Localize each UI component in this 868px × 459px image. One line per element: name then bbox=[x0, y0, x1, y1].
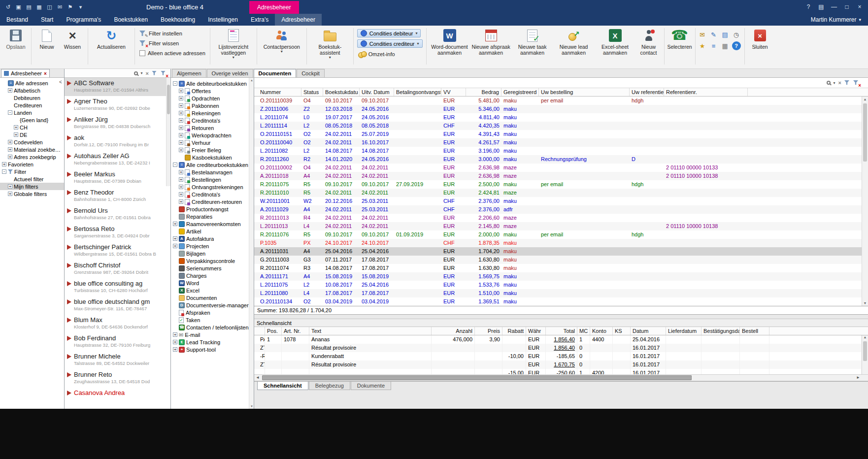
menu-item-programma-s[interactable]: Programma's bbox=[60, 14, 107, 26]
document-row[interactable]: L.20111082L214.08.201714.08.2017EUR3.196… bbox=[254, 147, 862, 155]
column-header-total[interactable]: Total bbox=[546, 327, 577, 335]
quickview-row[interactable]: ZTRésultat provisoireEUR1.856,40016.01.2… bbox=[254, 344, 862, 352]
user-menu[interactable]: Martin Kummerer bbox=[811, 14, 868, 26]
column-header-konto[interactable]: Konto bbox=[590, 327, 613, 335]
address-list-item[interactable]: Benz TheodorBahnhofstrasse 1, CH-8000 Zü… bbox=[65, 187, 170, 205]
clear-search-icon[interactable] bbox=[146, 70, 149, 76]
tab-cockpit[interactable]: Cockpit bbox=[297, 69, 325, 77]
sidebar-item-actueel-filter[interactable]: Actueel filter bbox=[0, 175, 64, 183]
column-header-uitv-datum[interactable]: Uitv. Datum bbox=[360, 88, 394, 96]
expand-toggle[interactable]: + bbox=[179, 177, 183, 182]
doc-tree-item-projecten[interactable]: +Projecten bbox=[171, 242, 254, 250]
column-header-preis[interactable]: Preis bbox=[475, 327, 502, 335]
menu-list-icon[interactable]: ≡ bbox=[709, 41, 718, 50]
document-row[interactable]: O.201110151O224.02.201125.07.2019EUR4.39… bbox=[254, 130, 862, 138]
document-row[interactable]: R.20111076R509.10.201709.10.201701.09.20… bbox=[254, 230, 862, 239]
document-row[interactable]: R.20111260R214.01.202024.05.2016EUR3.000… bbox=[254, 155, 862, 164]
expand-toggle[interactable]: + bbox=[179, 96, 183, 100]
column-header-bestell[interactable]: Bestell bbox=[740, 327, 769, 335]
expand-toggle[interactable]: + bbox=[8, 147, 12, 152]
column-header-anzahl[interactable]: Anzahl bbox=[432, 327, 475, 335]
doc-tree-item-charges[interactable]: Charges bbox=[171, 272, 254, 279]
sidebar-item-codevelden[interactable]: +Codevelden bbox=[0, 138, 64, 146]
address-list-item[interactable]: Bob FerdinandHauptstrasse 32, DE-79100 F… bbox=[65, 333, 170, 351]
boekstuk-assistent-button[interactable]: Boekstuk-assistent ▾ bbox=[309, 27, 351, 66]
context-tab-adresbeheer[interactable]: Adresbeheer bbox=[249, 1, 299, 14]
document-row[interactable]: W.20111001W220.12.201625.03.2011CHF2.376… bbox=[254, 197, 862, 205]
nieuw-contact-button[interactable]: Nieuw contact bbox=[636, 27, 662, 66]
menu-item-boekhouding[interactable]: Boekhouding bbox=[154, 14, 201, 26]
doc-tree-item-support-tool[interactable]: ++Support-tool bbox=[171, 346, 254, 353]
doc-tree-item-artikel[interactable]: Artikel bbox=[171, 228, 254, 235]
address-list-scrollbar[interactable] bbox=[166, 78, 170, 186]
doc-tree-item-rekeningen[interactable]: +Rekeningen bbox=[171, 109, 254, 117]
column-header-blank[interactable] bbox=[254, 327, 265, 335]
expand-toggle[interactable]: + bbox=[173, 222, 177, 226]
address-list-item[interactable]: Bernold UrsBahnhofstrasse 27, DE-01561 D… bbox=[65, 205, 170, 224]
sidebar-item-filter[interactable]: -Filter bbox=[0, 168, 64, 175]
sluiten-button[interactable]: Sluiten bbox=[747, 27, 773, 66]
grid-icon[interactable]: ▦ bbox=[721, 41, 730, 50]
doc-tree-item-alle-crediteurboekstukken[interactable]: -≡Alle crediteurboekstukken bbox=[171, 161, 254, 168]
tab-documenten[interactable]: Documenten bbox=[254, 69, 297, 77]
doc-tree-item-productontvangst[interactable]: Productontvangst bbox=[171, 205, 254, 213]
grid-filter-icon[interactable] bbox=[844, 80, 850, 86]
flag-icon[interactable]: ⚑ bbox=[66, 2, 74, 11]
info-icon[interactable]: ? bbox=[732, 41, 741, 50]
ribbon-options-button[interactable]: ▤ bbox=[815, 2, 828, 12]
horizontal-scrollbar[interactable]: ◄► bbox=[254, 374, 868, 381]
column-header-vv[interactable]: VV bbox=[441, 88, 466, 96]
sidebar-item-landen[interactable]: -Landen bbox=[0, 109, 64, 116]
doc-tree-item-contacten-telefoonlijsten[interactable]: ☎Contacten / telefoonlijsten bbox=[171, 324, 254, 331]
sidebar-item-ch[interactable]: +CH bbox=[0, 124, 64, 131]
doc-tree-item-freier-beleg[interactable]: +Freier Beleg bbox=[171, 146, 254, 154]
quickview-row[interactable]: PA11078Ananas476,0003,90EUR1.856,4014400… bbox=[254, 335, 862, 344]
doc-tree-item-retouren[interactable]: +Retouren bbox=[171, 124, 254, 131]
opslaan-button[interactable]: Opslaan bbox=[3, 27, 29, 66]
grid-search-options-caret[interactable] bbox=[834, 81, 835, 85]
column-header-betalingsontvangst[interactable]: Betalingsontvangst bbox=[394, 88, 441, 96]
send-email-icon[interactable]: ✉ bbox=[698, 30, 707, 39]
quickview-scrollbar[interactable]: ▲ bbox=[862, 335, 868, 374]
quickview-row[interactable]: ZTRésultat provisoireEUR1.670,75016.01.2… bbox=[254, 361, 862, 369]
sidebar-item-favorieten[interactable]: +Favorieten bbox=[0, 161, 64, 168]
alleen-actieve-adressen-checkbox[interactable]: Alleen actieve adressen bbox=[137, 48, 207, 58]
address-list-item[interactable]: Brunner MicheleTalstrasse 89, DE-54552 D… bbox=[65, 351, 170, 369]
expand-toggle[interactable]: + bbox=[8, 184, 12, 189]
tab-algemeen[interactable]: Algemeen bbox=[172, 69, 206, 77]
undo-icon[interactable]: ↺ bbox=[4, 2, 12, 11]
print-icon[interactable]: ▤ bbox=[25, 2, 33, 11]
column-header-geregistreerd[interactable]: Geregistreerd bbox=[501, 88, 539, 96]
quickview-row[interactable]: -RKundenrabatt-10,00EUR-185,65016.01.201… bbox=[254, 352, 862, 361]
document-row[interactable]: O.201110039O409.10.201709.10.2017EUR5.48… bbox=[254, 97, 862, 105]
address-list-item[interactable]: Brunner RetoZeughausstrasse 13, DE-54518… bbox=[65, 369, 170, 388]
column-header-datum[interactable]: Datum bbox=[631, 327, 666, 335]
expand-toggle[interactable]: + bbox=[173, 340, 177, 344]
menu-item-bestand[interactable]: Bestand bbox=[0, 14, 34, 26]
address-list-item[interactable]: ABC SoftwareHauptstrasse 127, DE-01594 A… bbox=[65, 78, 170, 96]
doc-tree-item-verpakkingscontrole[interactable]: Verpakkingscontrole bbox=[171, 257, 254, 264]
expand-toggle[interactable]: + bbox=[173, 347, 177, 352]
qat-menu-caret[interactable]: ▾ bbox=[76, 2, 85, 11]
expand-toggle[interactable]: + bbox=[173, 332, 177, 337]
sidebar-item-de[interactable]: +DE bbox=[0, 131, 64, 138]
column-header-pos[interactable]: Pos. bbox=[265, 327, 282, 335]
nieuwe-lead-button[interactable]: Nieuwe lead aanmaken bbox=[553, 27, 595, 66]
grid-vertical-scrollbar[interactable]: ▲▼ bbox=[862, 97, 868, 306]
quickview-row[interactable]: -15,00EUR-250,601420016.01.2017 bbox=[254, 369, 862, 374]
document-row[interactable]: O.201110002O424.02.201124.02.2011EUR2.63… bbox=[254, 164, 862, 172]
address-list-item[interactable]: Beeler MarkusHauptstrasse, DE-07389 Dobi… bbox=[65, 169, 170, 187]
document-row[interactable]: A.20111171A415.08.201915.08.2019EUR1.569… bbox=[254, 272, 862, 281]
menu-item-start[interactable]: Start bbox=[34, 14, 60, 26]
doc-tree-item-pakbonnen[interactable]: +Pakbonnen bbox=[171, 102, 254, 109]
column-header-ks[interactable]: KS bbox=[613, 327, 631, 335]
expand-toggle[interactable]: + bbox=[179, 126, 183, 130]
filter-wissen-button[interactable]: × Filter wissen bbox=[137, 38, 181, 48]
doc-tree-item-bijlagen[interactable]: Bijlagen bbox=[171, 250, 254, 257]
document-row[interactable]: R.20111010R524.02.201124.02.2011EUR2.424… bbox=[254, 189, 862, 197]
document-row[interactable]: P.1035PX24.10.201724.10.2017CHF1.878,35m… bbox=[254, 239, 862, 247]
grid-clear-filter-icon[interactable]: × bbox=[853, 80, 859, 86]
doc-tree-item-werkopdrachten[interactable]: +Werkopdrachten bbox=[171, 131, 254, 139]
clear-filter-icon[interactable]: × bbox=[161, 70, 167, 76]
address-list-item[interactable]: Agner TheoLuzernerstrasse 90, DE-02692 D… bbox=[65, 96, 170, 114]
